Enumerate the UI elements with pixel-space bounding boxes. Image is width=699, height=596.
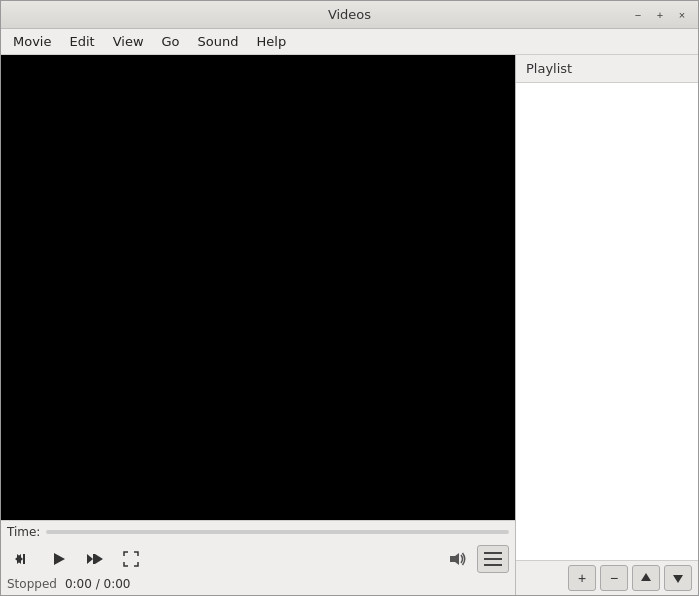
video-display: [1, 55, 515, 520]
svg-marker-3: [54, 553, 65, 565]
svg-marker-6: [95, 554, 103, 564]
buttons-row: [7, 543, 509, 575]
seek-bar[interactable]: [46, 530, 509, 534]
playlist-menu-button[interactable]: [477, 545, 509, 573]
up-arrow-icon: [640, 572, 652, 584]
time-separator: /: [92, 577, 104, 591]
total-time: 0:00: [104, 577, 131, 591]
svg-rect-10: [484, 564, 502, 566]
fullscreen-icon: [123, 551, 139, 567]
previous-icon: [15, 551, 31, 567]
menu-go[interactable]: Go: [154, 32, 188, 51]
time-display: 0:00 / 0:00: [65, 577, 131, 591]
time-row: Time:: [7, 525, 509, 539]
menu-movie[interactable]: Movie: [5, 32, 59, 51]
playlist-content[interactable]: [516, 83, 698, 560]
svg-marker-4: [87, 554, 93, 564]
minimize-button[interactable]: −: [630, 7, 646, 23]
playlist-down-button[interactable]: [664, 565, 692, 591]
maximize-button[interactable]: +: [652, 7, 668, 23]
title-bar-controls: − + ×: [630, 7, 690, 23]
svg-rect-1: [23, 554, 25, 564]
time-label: Time:: [7, 525, 40, 539]
svg-marker-12: [673, 575, 683, 583]
current-time: 0:00: [65, 577, 92, 591]
status-label: Stopped: [7, 577, 57, 591]
window-title: Videos: [69, 7, 630, 22]
svg-rect-8: [484, 552, 502, 554]
svg-marker-7: [450, 553, 459, 565]
menu-view[interactable]: View: [105, 32, 152, 51]
title-bar: Videos − + ×: [1, 1, 698, 29]
play-icon: [51, 551, 67, 567]
close-button[interactable]: ×: [674, 7, 690, 23]
svg-rect-9: [484, 558, 502, 560]
playlist-footer: + −: [516, 560, 698, 595]
previous-button[interactable]: [7, 543, 39, 575]
status-row: Stopped 0:00 / 0:00: [7, 577, 509, 591]
volume-button[interactable]: [445, 545, 473, 573]
controls-area: Time:: [1, 520, 515, 595]
main-window: Videos − + × Movie Edit View Go Sound He…: [0, 0, 699, 596]
playlist-header: Playlist: [516, 55, 698, 83]
next-icon: [87, 551, 103, 567]
next-button[interactable]: [79, 543, 111, 575]
svg-marker-11: [641, 573, 651, 581]
menu-help[interactable]: Help: [249, 32, 295, 51]
playlist-up-button[interactable]: [632, 565, 660, 591]
playlist-add-button[interactable]: +: [568, 565, 596, 591]
hamburger-icon: [484, 552, 502, 566]
svg-rect-5: [93, 554, 95, 564]
video-panel: Time:: [1, 55, 516, 595]
play-button[interactable]: [43, 543, 75, 575]
volume-icon: [449, 551, 469, 567]
menu-sound[interactable]: Sound: [190, 32, 247, 51]
down-arrow-icon: [672, 572, 684, 584]
menu-bar: Movie Edit View Go Sound Help: [1, 29, 698, 55]
fullscreen-button[interactable]: [115, 543, 147, 575]
playlist-panel: Playlist + −: [516, 55, 698, 595]
playlist-remove-button[interactable]: −: [600, 565, 628, 591]
main-content: Time:: [1, 55, 698, 595]
menu-edit[interactable]: Edit: [61, 32, 102, 51]
